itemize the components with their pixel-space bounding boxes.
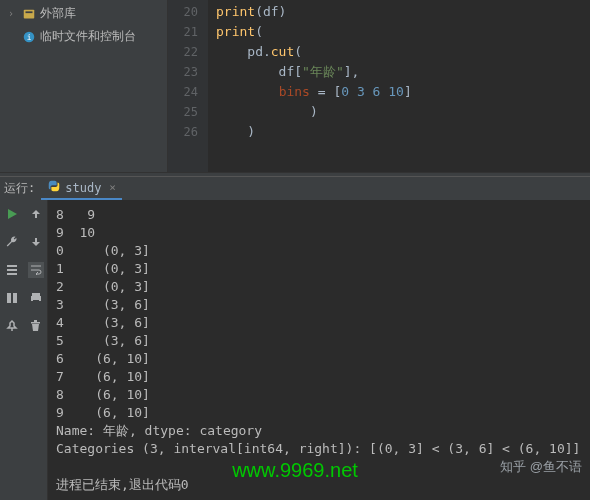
- chevron-right-icon: ›: [8, 8, 18, 19]
- print-button[interactable]: [28, 290, 44, 306]
- code-content[interactable]: print(df)print( pd.cut( df["年龄"], bins =…: [208, 0, 590, 172]
- svg-rect-1: [26, 11, 33, 13]
- down-arrow-button[interactable]: [28, 234, 44, 250]
- run-tab[interactable]: study ×: [41, 177, 122, 200]
- close-icon[interactable]: ×: [109, 181, 116, 194]
- library-icon: [22, 7, 36, 21]
- console-output[interactable]: 8 9 9 10 0 (0, 3] 1 (0, 3] 2 (0, 3] 3 (3…: [48, 200, 590, 500]
- python-icon: [47, 179, 61, 196]
- tree-item-scratches[interactable]: i 临时文件和控制台: [0, 25, 167, 48]
- svg-rect-5: [7, 269, 17, 271]
- svg-rect-9: [32, 293, 40, 296]
- soft-wrap-button[interactable]: [28, 262, 44, 278]
- tree-item-label: 临时文件和控制台: [40, 28, 136, 45]
- code-editor[interactable]: 20212223242526 print(df)print( pd.cut( d…: [168, 0, 590, 172]
- tree-item-external-libs[interactable]: › 外部库: [0, 2, 167, 25]
- run-panel-label: 运行:: [4, 180, 35, 197]
- layout-button[interactable]: [4, 290, 20, 306]
- scratch-icon: i: [22, 30, 36, 44]
- pin-button[interactable]: [4, 318, 20, 334]
- svg-rect-7: [7, 293, 11, 303]
- line-gutter: 20212223242526: [168, 0, 208, 172]
- tree-item-label: 外部库: [40, 5, 76, 22]
- play-button[interactable]: [4, 206, 20, 222]
- svg-rect-8: [13, 293, 17, 303]
- run-tab-label: study: [65, 181, 101, 195]
- run-panel-header: 运行: study ×: [0, 176, 590, 200]
- stack-button[interactable]: [4, 262, 20, 278]
- svg-rect-4: [7, 265, 17, 267]
- svg-rect-11: [33, 300, 39, 303]
- trash-button[interactable]: [28, 318, 44, 334]
- up-arrow-button[interactable]: [28, 206, 44, 222]
- run-toolbar-secondary: [24, 200, 48, 500]
- svg-rect-6: [7, 273, 17, 275]
- svg-rect-0: [24, 9, 35, 18]
- svg-text:i: i: [27, 32, 32, 41]
- project-tree: › 外部库 i 临时文件和控制台: [0, 0, 168, 172]
- svg-rect-13: [34, 320, 37, 322]
- run-toolbar-primary: [0, 200, 24, 500]
- wrench-button[interactable]: [4, 234, 20, 250]
- svg-rect-12: [31, 322, 40, 324]
